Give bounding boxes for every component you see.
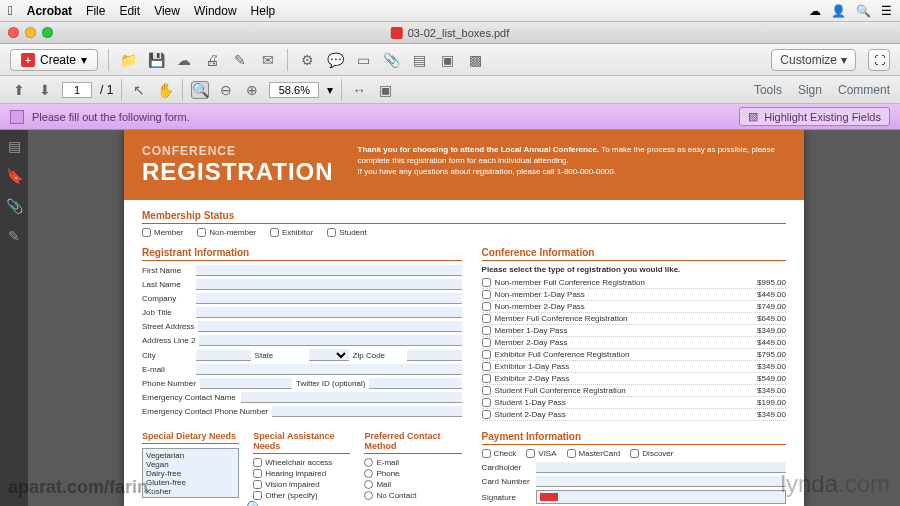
menu-window[interactable]: Window [194,4,237,18]
conf-option[interactable]: Member Full Conference Registration$649.… [482,313,786,325]
prev-page-button[interactable]: ⬆ [10,81,28,99]
search-icon[interactable]: 🔍 [856,4,871,18]
input-street[interactable] [198,321,461,332]
print-icon[interactable]: 🖨 [203,51,221,69]
input-company[interactable] [196,293,462,304]
conf-option[interactable]: Non-member Full Conference Registration$… [482,277,786,289]
input-email[interactable] [196,364,462,375]
conf-option[interactable]: Exhibitor 1-Day Pass$349.00 [482,361,786,373]
attach-icon[interactable]: 📎 [382,51,400,69]
save-icon[interactable]: 💾 [147,51,165,69]
fit-width-button[interactable]: ↔ [350,81,368,99]
zoom-in-button[interactable]: ⊕ [243,81,261,99]
edit-icon[interactable]: ✎ [231,51,249,69]
app-name[interactable]: Acrobat [27,4,72,18]
menu-icon[interactable]: ☰ [881,4,892,18]
input-phone[interactable] [200,378,292,389]
cloud-upload-icon[interactable]: ☁ [175,51,193,69]
gear-icon[interactable]: ⚙ [298,51,316,69]
conf-option[interactable]: Student 2-Day Pass$349.00 [482,409,786,421]
conf-option[interactable]: Member 2-Day Pass$449.00 [482,337,786,349]
bookmarks-icon[interactable]: 🔖 [6,168,23,184]
chk-assist[interactable]: Wheelchair access [253,458,350,467]
menu-help[interactable]: Help [251,4,276,18]
radio-contact[interactable]: No Contact [364,491,461,500]
marquee-zoom-tool[interactable]: 🔍 [191,81,209,99]
input-addr2[interactable] [199,335,461,346]
chk-student[interactable]: Student [327,228,367,237]
chevron-down-icon[interactable]: ▾ [327,83,333,97]
radio-contact[interactable]: Phone [364,469,461,478]
chk-assist[interactable]: Vision impaired [253,480,350,489]
conf-option[interactable]: Exhibitor Full Conference Registration$7… [482,349,786,361]
document-viewer[interactable]: 🔍 CONFERENCE REGISTRATION Thank you for … [28,130,900,506]
chk-payment[interactable]: MasterCard [567,449,621,458]
zoom-out-button[interactable]: ⊖ [217,81,235,99]
open-icon[interactable]: 📁 [119,51,137,69]
conf-option[interactable]: Non-member 2-Day Pass$749.00 [482,301,786,313]
conf-option[interactable]: Exhibitor 2-Day Pass$549.00 [482,373,786,385]
input-city[interactable] [196,350,251,361]
input-first[interactable] [196,265,462,276]
conf-option[interactable]: Member 1-Day Pass$349.00 [482,325,786,337]
chk-nonmember[interactable]: Non-member [197,228,256,237]
diet-listbox[interactable]: VegetarianVeganDairy-freeGluten-freeKosh… [142,448,239,498]
input-ecname[interactable] [241,392,462,403]
stamp-icon[interactable]: ▭ [354,51,372,69]
attachments-icon[interactable]: 📎 [6,198,23,214]
minimize-window-button[interactable] [25,27,36,38]
input-ecphone[interactable] [272,406,461,417]
chk-payment[interactable]: Check [482,449,517,458]
input-cardnum[interactable] [536,476,786,487]
hand-tool[interactable]: ✋ [156,81,174,99]
input-twitter[interactable] [369,378,461,389]
conf-option[interactable]: Student Full Conference Registration$349… [482,385,786,397]
list-item[interactable]: Gluten-free [145,478,236,487]
create-button[interactable]: + Create ▾ [10,49,98,71]
input-cardholder[interactable] [536,462,786,473]
chk-assist[interactable]: Other (specify) [253,491,350,500]
fullscreen-button[interactable]: ⛶ [868,49,890,71]
tool-icon-b[interactable]: ▣ [438,51,456,69]
conf-option[interactable]: Student 1-Day Pass$199.00 [482,397,786,409]
chk-payment[interactable]: VISA [526,449,556,458]
list-item[interactable]: Dairy-free [145,469,236,478]
mail-icon[interactable]: ✉ [259,51,277,69]
select-state[interactable] [309,349,349,361]
user-icon[interactable]: 👤 [831,4,846,18]
input-job[interactable] [196,307,462,318]
chk-assist[interactable]: Hearing impaired [253,469,350,478]
menu-edit[interactable]: Edit [119,4,140,18]
zoom-input[interactable] [269,82,319,98]
comment-panel-button[interactable]: Comment [838,83,890,97]
list-item[interactable]: Vegetarian [145,451,236,460]
zoom-window-button[interactable] [42,27,53,38]
tools-panel-button[interactable]: Tools [754,83,782,97]
apple-icon[interactable]:  [8,3,13,18]
customize-button[interactable]: Customize ▾ [771,49,856,71]
tool-icon-c[interactable]: ▩ [466,51,484,69]
chk-member[interactable]: Member [142,228,183,237]
chk-payment[interactable]: Discover [630,449,673,458]
menu-view[interactable]: View [154,4,180,18]
fit-page-button[interactable]: ▣ [376,81,394,99]
input-zip[interactable] [407,350,462,361]
select-tool[interactable]: ↖ [130,81,148,99]
close-window-button[interactable] [8,27,19,38]
input-last[interactable] [196,279,462,290]
thumbnails-icon[interactable]: ▤ [8,138,21,154]
next-page-button[interactable]: ⬇ [36,81,54,99]
chk-exhibitor[interactable]: Exhibitor [270,228,313,237]
radio-contact[interactable]: E-mail [364,458,461,467]
cloud-icon[interactable]: ☁ [809,4,821,18]
input-signature[interactable] [536,490,786,504]
tool-icon-a[interactable]: ▤ [410,51,428,69]
sign-panel-button[interactable]: Sign [798,83,822,97]
signatures-icon[interactable]: ✎ [8,228,20,244]
highlight-fields-button[interactable]: ▧ Highlight Existing Fields [739,107,890,126]
radio-contact[interactable]: Mail [364,480,461,489]
list-item[interactable]: Kosher [145,487,236,496]
conf-option[interactable]: Non-member 1-Day Pass$449.00 [482,289,786,301]
page-number-input[interactable] [62,82,92,98]
comment-icon[interactable]: 💬 [326,51,344,69]
